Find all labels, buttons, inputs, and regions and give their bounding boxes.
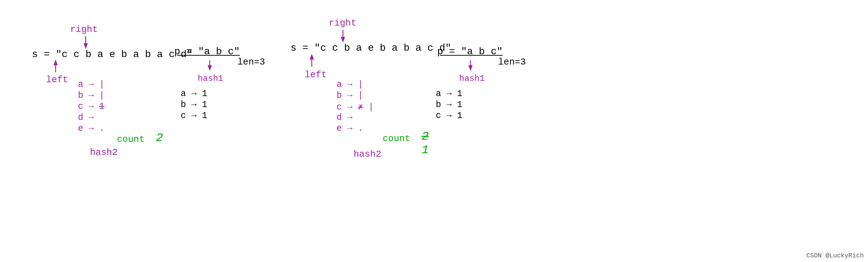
diagram3-hash-d: d →	[337, 112, 353, 123]
diagram3-hash2-label: hash2	[354, 149, 381, 160]
diagram4-p-label: p = "a b c"	[437, 46, 503, 57]
diagram3-left-label: left	[305, 69, 327, 80]
diagram3-right-label: right	[329, 18, 356, 28]
svg-marker-1	[84, 43, 88, 49]
diagram1-left-arrow	[55, 60, 56, 72]
diagram4-len-label: len=3	[498, 57, 526, 67]
svg-marker-11	[468, 65, 473, 71]
main-diagram: right s = "c c b a e b a b a c d" left a…	[0, 0, 868, 262]
diagram1-count-value: 2	[156, 131, 163, 145]
diagram3-hash-e: e → .	[337, 123, 363, 134]
diagram4-hash-b: b → 1	[436, 100, 462, 110]
svg-marker-3	[53, 60, 58, 65]
diagram3-count-label: count	[383, 133, 410, 144]
svg-marker-9	[310, 54, 314, 60]
diagram1-right-arrow	[85, 36, 86, 49]
diagram2-p-label: p = "a b c"	[174, 46, 240, 57]
diagram1-hash-e: e → .	[78, 123, 105, 134]
diagram3-right-arrow	[342, 30, 344, 43]
diagram2-hash1-label: hash1	[198, 74, 223, 83]
svg-marker-5	[208, 65, 212, 71]
diagram4-arrow	[470, 60, 471, 71]
diagram1-hash-c: c → 1	[78, 101, 105, 112]
diagram2-hash-b: b → 1	[181, 100, 207, 110]
diagram3-s-label: s = "c c b a e b a b a c d"	[291, 43, 451, 54]
diagram4-hash1-label: hash1	[459, 74, 485, 83]
watermark: CSDN @LuckyRich	[806, 252, 864, 259]
diagram1-left-label: left	[46, 74, 68, 85]
diagram3-hash-b: b → |	[337, 90, 363, 101]
diagram1-count-label: count	[117, 134, 145, 145]
diagram3-left-arrow	[311, 54, 312, 67]
diagram3-count-value: 21	[422, 130, 429, 157]
diagram2-hash-a: a → 1	[181, 89, 207, 99]
diagram1-s-label: s = "c c b a e b a b a c d"	[32, 49, 193, 60]
diagram1-hash-a: a → |	[78, 79, 105, 90]
diagram4-hash-c: c → 1	[436, 111, 462, 121]
diagram4-hash-a: a → 1	[436, 89, 462, 99]
diagram1-hash-b: b → |	[78, 90, 105, 101]
diagram1-hash-d: d →	[78, 112, 94, 123]
diagram1-right-label: right	[70, 24, 98, 35]
diagram3-hash-c: c → ✗ |	[337, 101, 374, 112]
svg-marker-7	[341, 37, 345, 43]
diagram2-hash-c: c → 1	[181, 111, 207, 121]
diagram2-arrow	[209, 60, 210, 71]
diagram2-len-label: len=3	[237, 57, 265, 67]
diagram3-hash-a: a → |	[337, 79, 363, 90]
diagram1-hash2-label: hash2	[90, 147, 118, 158]
